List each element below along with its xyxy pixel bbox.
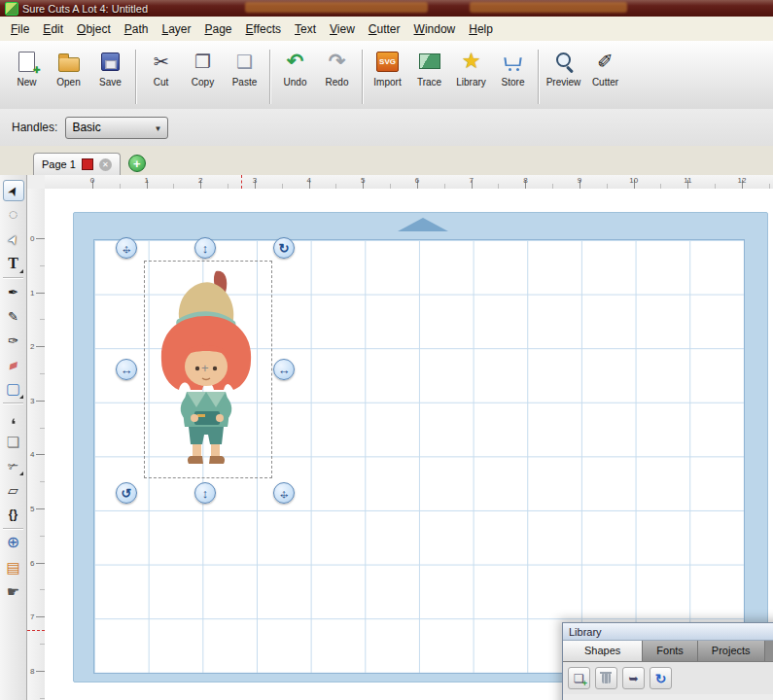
rotate-bottom-handle-icon: ↺ xyxy=(117,483,136,503)
menu-item-cutter[interactable]: Cutter xyxy=(362,18,407,40)
library-tab-projects[interactable]: Projects xyxy=(698,641,765,661)
knife-tool[interactable]: ✃ xyxy=(3,455,24,476)
import-button[interactable]: Import xyxy=(367,46,408,89)
undo-button[interactable]: Undo xyxy=(274,46,316,89)
select-tool-icon: ➤ xyxy=(5,183,21,198)
close-page-icon[interactable] xyxy=(99,158,112,171)
sync-item-button[interactable] xyxy=(622,667,645,689)
cutter-button[interactable]: Cutter xyxy=(584,46,626,89)
store-button[interactable]: Store xyxy=(492,46,534,89)
library-tab-fonts[interactable]: Fonts xyxy=(643,641,698,661)
new-button[interactable]: New xyxy=(6,46,48,89)
stretch-left-handle-icon: ↔ xyxy=(117,360,136,379)
zoom-tool-icon: ⊕ xyxy=(7,535,19,550)
menu-item-layer[interactable]: Layer xyxy=(155,18,197,40)
stretch-right-handle[interactable]: ↔ xyxy=(273,359,295,380)
save-button[interactable]: Save xyxy=(89,46,131,89)
stretch-left-handle[interactable]: ↔ xyxy=(116,359,137,380)
delete-item-button[interactable] xyxy=(595,667,617,689)
move-handle-icon: ↕ xyxy=(117,238,136,258)
fill-tool[interactable]: ✒ xyxy=(3,281,24,302)
ruler-number: 6 xyxy=(30,558,34,567)
eyedropper-tool[interactable]: ❜ xyxy=(3,406,24,428)
menu-item-window[interactable]: Window xyxy=(407,18,463,40)
menu-item-object[interactable]: Object xyxy=(70,18,118,40)
ruler-tool-icon: ▤ xyxy=(6,560,19,575)
open-button[interactable]: Open xyxy=(48,46,89,89)
save-button-label: Save xyxy=(99,77,122,88)
move-handle[interactable]: ↔↕ xyxy=(116,237,137,259)
zoom-tool[interactable]: ⊕ xyxy=(3,532,24,553)
menu-item-edit[interactable]: Edit xyxy=(36,18,70,40)
ruler-position-marker xyxy=(241,175,242,189)
menu-item-effects[interactable]: Effects xyxy=(239,18,288,40)
refresh-library-button[interactable] xyxy=(650,667,672,689)
scale-handle[interactable]: ↔↕ xyxy=(273,482,295,504)
paste-button[interactable]: Paste xyxy=(224,46,265,89)
stretch-bottom-handle[interactable]: ↕ xyxy=(194,482,216,504)
ruler-number: 7 xyxy=(30,612,34,621)
undo-button-label: Undo xyxy=(284,77,307,88)
hand-tool[interactable]: ☛ xyxy=(3,580,24,602)
stretch-top-handle-icon: ↕ xyxy=(195,238,215,258)
horizontal-ruler: 0123456789101112 xyxy=(45,175,773,190)
menu-item-text[interactable]: Text xyxy=(288,18,323,40)
tab-page-1[interactable]: Page 1 xyxy=(33,153,121,175)
selection-center-mark xyxy=(201,362,209,374)
ruler-number: 0 xyxy=(90,176,94,185)
shadow-tool[interactable]: ❏ xyxy=(3,431,24,452)
polygon-tool[interactable]: ▱ xyxy=(3,479,24,501)
pencil-tool[interactable]: ✎ xyxy=(3,305,24,327)
eraser-tool-icon: ▰ xyxy=(6,357,20,373)
library-tabs: ShapesFontsProjects xyxy=(563,641,773,662)
library-title: Library xyxy=(569,626,602,638)
library-tab-shapes[interactable]: Shapes xyxy=(563,641,643,661)
page-color-swatch[interactable] xyxy=(82,158,93,170)
toolbar-separator xyxy=(538,50,539,104)
copy-button-label: Copy xyxy=(192,77,214,88)
handles-mode-select[interactable]: Basic xyxy=(65,117,168,139)
store-button-label: Store xyxy=(502,77,525,88)
rotate-top-handle[interactable]: ↻ xyxy=(273,237,295,259)
copy-button[interactable]: Copy xyxy=(182,46,224,89)
text-tool[interactable]: T xyxy=(3,253,24,274)
ruler-number: 0 xyxy=(30,234,34,243)
library-toolbar xyxy=(563,662,773,694)
eraser-tool[interactable]: ▰ xyxy=(3,354,24,375)
title-bar[interactable]: Sure Cuts A Lot 4: Untitled xyxy=(0,0,773,17)
library-title-bar[interactable]: Library xyxy=(563,623,773,641)
library-button-label: Library xyxy=(456,77,486,88)
lasso-tool[interactable]: ◌ xyxy=(3,204,24,226)
ruler-tool[interactable]: ▤ xyxy=(3,556,24,578)
brush-tool[interactable]: ✑ xyxy=(3,330,24,351)
menu-item-file[interactable]: File xyxy=(4,18,36,40)
fill-tool-icon: ✒ xyxy=(8,286,18,298)
tool-palette: ➤◌➤T✒✎✑▰▢❜❏✃▱{}⊕▤☛ xyxy=(0,175,27,700)
import-button-label: Import xyxy=(373,77,401,88)
cut-button[interactable]: Cut xyxy=(140,46,182,89)
bracket-tool[interactable]: {} xyxy=(3,504,24,525)
menu-item-page[interactable]: Page xyxy=(198,18,239,40)
library-button[interactable]: Library xyxy=(450,46,492,89)
select-tool[interactable]: ➤ xyxy=(3,180,24,201)
add-item-button[interactable] xyxy=(568,667,590,689)
redo-button[interactable]: Redo xyxy=(316,46,358,89)
text-tool-icon: T xyxy=(8,256,18,271)
redo-icon xyxy=(322,48,353,75)
ruler-number: 5 xyxy=(361,176,365,185)
menu-item-view[interactable]: View xyxy=(323,18,362,40)
trace-button-label: Trace xyxy=(417,77,441,88)
direct-select-tool[interactable]: ➤ xyxy=(3,228,24,250)
shape-tool[interactable]: ▢ xyxy=(3,378,24,400)
preview-button[interactable]: Preview xyxy=(543,46,584,89)
stretch-top-handle[interactable]: ↕ xyxy=(194,237,216,259)
ruler-number: 4 xyxy=(30,450,34,459)
trace-button[interactable]: Trace xyxy=(408,46,450,89)
store-icon xyxy=(498,48,529,75)
app-icon xyxy=(5,2,18,16)
menu-item-help[interactable]: Help xyxy=(462,18,500,40)
rotate-bottom-handle[interactable]: ↺ xyxy=(116,482,137,504)
add-page-button[interactable] xyxy=(128,155,146,172)
window-title: Sure Cuts A Lot 4: Untitled xyxy=(22,3,148,15)
menu-item-path[interactable]: Path xyxy=(118,18,156,40)
